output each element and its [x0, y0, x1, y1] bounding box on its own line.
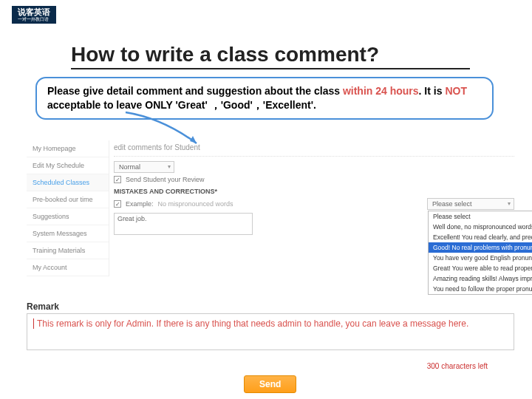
remark-text: This remark is only for Admin. If there …	[37, 318, 468, 329]
dropdown-option-0[interactable]: Please select	[429, 211, 532, 222]
example-text: No mispronounced words	[158, 200, 233, 208]
sidebar-item-6[interactable]: Training Materials	[27, 242, 109, 259]
correction-select[interactable]: Please select Please selectWell done, no…	[427, 198, 514, 210]
char-count: 300 characters left	[427, 362, 488, 370]
dropdown-option-4[interactable]: You have very good English pronunciation…	[429, 253, 532, 263]
send-student-label: Send Student your Review	[126, 176, 205, 183]
correction-dropdown-list: Please selectWell done, no mispronounced…	[428, 211, 532, 295]
sidebar-item-3[interactable]: Pre-booked our time	[27, 191, 109, 208]
remark-section: Remark This remark is only for Admin. If…	[27, 301, 514, 350]
instruction-pre: Please give detail comment and suggestio…	[47, 85, 343, 97]
dropdown-option-3[interactable]: Good! No real problems with pronunciatio…	[429, 242, 532, 253]
level-select[interactable]: Normal	[114, 161, 174, 173]
main-pane: edit comments for Student Normal ✓ Send …	[114, 140, 514, 238]
dropdown-option-5[interactable]: Great! You were able to read properly.	[429, 263, 532, 273]
example-checkbox[interactable]: ✓	[114, 200, 121, 208]
sidebar-item-1[interactable]: Edit My Schedule	[27, 157, 109, 174]
instruction-post1: . It is	[419, 85, 446, 97]
page-title: How to write a class comment?	[71, 43, 470, 69]
instruction-not: NOT	[445, 85, 467, 97]
dropdown-option-7[interactable]: You need to follow the proper pronunciat…	[429, 284, 532, 294]
remark-textarea[interactable]: This remark is only for Admin. If there …	[27, 313, 514, 350]
example-label: Example:	[126, 200, 154, 208]
app-panel: My HomepageEdit My ScheduleScheduled Cla…	[27, 140, 514, 303]
instruction-within: within 24 hours	[343, 85, 419, 97]
sidebar-item-2[interactable]: Scheduled Classes	[27, 174, 109, 191]
brand-logo: 说客英语 一对一外教口语	[12, 6, 56, 24]
sidebar-item-4[interactable]: Suggestions	[27, 208, 109, 225]
dropdown-option-6[interactable]: Amazing reading skills! Always impresses…	[429, 273, 532, 284]
dropdown-option-2[interactable]: Excellent! You read clearly, and precise…	[429, 232, 532, 242]
edit-comments-header: edit comments for Student	[114, 140, 514, 157]
correction-textbox[interactable]: Great job.	[114, 213, 253, 235]
text-cursor-icon	[33, 318, 34, 329]
logo-sub: 一对一外教口语	[18, 17, 50, 22]
mistakes-header: MISTAKES AND CORRECTIONS*	[114, 188, 514, 195]
sidebar-item-7[interactable]: My Account	[27, 259, 109, 276]
sidebar-nav: My HomepageEdit My ScheduleScheduled Cla…	[27, 140, 109, 276]
dropdown-option-1[interactable]: Well done, no mispronounced words	[429, 222, 532, 232]
logo-main: 说客英语	[18, 7, 50, 16]
instruction-post2: acceptable to leave ONLY 'Great' ，'Good'…	[47, 99, 316, 111]
sidebar-item-5[interactable]: System Messages	[27, 225, 109, 242]
sidebar-item-0[interactable]: My Homepage	[27, 140, 109, 157]
send-student-checkbox[interactable]: ✓	[114, 176, 121, 183]
instruction-callout: Please give detail comment and suggestio…	[35, 77, 494, 120]
remark-label: Remark	[27, 301, 514, 312]
send-button[interactable]: Send	[244, 375, 296, 393]
